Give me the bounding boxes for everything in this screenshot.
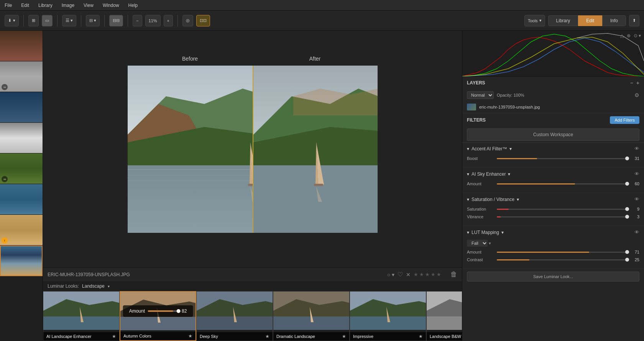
svg-rect-10	[248, 184, 253, 186]
menu-window[interactable]: Window	[101, 2, 121, 9]
filter-group-lut-header[interactable]: ▾ LUT Mapping ▾ 👁	[462, 226, 644, 238]
menu-library[interactable]: Library	[37, 2, 54, 9]
circle-button[interactable]: ○ ▾	[387, 272, 394, 278]
filmstrip-item-6[interactable]	[0, 184, 43, 215]
custom-workspace-button[interactable]: Custom Workspace	[467, 128, 639, 141]
zoom-in-button[interactable]: +	[164, 15, 173, 26]
star-2[interactable]: ★	[419, 272, 424, 277]
accent-boost-row: Boost 31	[467, 156, 639, 161]
look-item-2[interactable]: Amount 82 Autumn Colors ★	[120, 291, 196, 341]
blend-mode-select[interactable]: Normal	[467, 91, 494, 99]
filter-sat-title: ▾ Saturation / Vibrance ▾	[467, 197, 519, 202]
svg-rect-15	[253, 165, 378, 233]
add-filters-button[interactable]: Add Filters	[610, 116, 639, 124]
looks-category-chevron[interactable]: ▾	[108, 284, 110, 288]
look-name-bar-1: AI Landscape Enhancer ★	[43, 332, 119, 341]
look-thumb-3	[197, 292, 273, 330]
sat-dropdown-icon: ▾	[517, 197, 519, 202]
look-item-4[interactable]: Dramatic Landscape ★	[273, 291, 350, 341]
lut-amount-slider[interactable]	[497, 252, 627, 253]
look-star-2[interactable]: ★	[188, 333, 192, 339]
tab-info[interactable]: Info	[602, 15, 626, 26]
sat-label: Saturation / Vibrance	[472, 197, 514, 202]
menu-image[interactable]: Image	[60, 2, 76, 9]
menu-edit[interactable]: Edit	[20, 2, 31, 9]
sky-amount-slider[interactable]	[497, 183, 627, 185]
single-view-button[interactable]: ▭	[42, 15, 53, 26]
filmstrip-item-8[interactable]	[0, 245, 43, 276]
sat-visibility-icon[interactable]: 👁	[634, 196, 639, 202]
lut-preset-select[interactable]: Fall	[467, 240, 488, 247]
layout-button[interactable]: ⊟ ▾	[86, 15, 100, 26]
split-divider[interactable]	[253, 66, 253, 233]
lut-visibility-icon[interactable]: 👁	[634, 229, 639, 235]
histogram-warning-icon[interactable]: △	[620, 33, 624, 38]
look-item-3[interactable]: Deep Sky ★	[196, 291, 273, 341]
filmstrip-item-3[interactable]	[0, 92, 43, 123]
share-button[interactable]: ⬆	[629, 15, 639, 26]
delete-button[interactable]: 🗑	[450, 270, 457, 278]
before-after-button[interactable]: ⊡⊡	[196, 15, 210, 26]
star-5[interactable]: ★	[437, 272, 441, 277]
tools-button[interactable]: Tools ▾	[524, 15, 545, 26]
star-1[interactable]: ★	[414, 272, 418, 277]
layers-settings-icon[interactable]: ⚙	[634, 92, 639, 98]
look-star-3[interactable]: ★	[265, 334, 269, 339]
histogram-clock-icon[interactable]: ⊙ ▾	[634, 33, 641, 38]
layers-plus-button[interactable]: +	[636, 80, 639, 86]
filmstrip-item-7[interactable]: !	[0, 215, 43, 245]
amount-slider[interactable]	[148, 310, 179, 312]
filmstrip-item-1[interactable]	[0, 31, 43, 61]
filter-group-accent-ai-header[interactable]: ▾ Accent AI Filter™ ▾ 👁	[462, 143, 644, 155]
filter-group-saturation: ▾ Saturation / Vibrance ▾ 👁 Saturation 9…	[462, 193, 644, 226]
sky-visibility-icon[interactable]: 👁	[634, 171, 639, 177]
looks-category[interactable]: Landscape	[82, 283, 105, 289]
preview-split: Before After	[128, 66, 378, 233]
menu-help[interactable]: Help	[127, 2, 140, 9]
preview-area[interactable]: Before After	[43, 31, 462, 267]
look-star-4[interactable]: ★	[342, 334, 346, 339]
filmstrip-item-5[interactable]: ⇔	[0, 153, 43, 184]
filter-group-sky-header[interactable]: ▾ AI Sky Enhancer ▾ 👁	[462, 168, 644, 180]
look-star-1[interactable]: ★	[112, 334, 116, 339]
look-item-1[interactable]: AI Landscape Enhancer ★	[43, 291, 120, 341]
before-landscape	[128, 66, 253, 233]
boost-slider[interactable]	[497, 158, 627, 159]
histogram-button[interactable]: ◎	[182, 15, 193, 26]
look-star-5[interactable]: ★	[419, 334, 423, 339]
import-button[interactable]: ⬇ ▾	[5, 15, 19, 26]
compare-button[interactable]: ⊟⊟	[109, 15, 123, 26]
grid-view-button[interactable]: ⊞	[28, 15, 39, 26]
layers-minus-button[interactable]: −	[630, 80, 633, 86]
panels-button[interactable]: ☰ ▾	[62, 15, 76, 26]
look-item-6[interactable]: Landscape B&W ☆	[426, 291, 462, 341]
star-4[interactable]: ★	[431, 272, 435, 277]
looks-scroll[interactable]: AI Landscape Enhancer ★	[43, 291, 462, 341]
star-rating[interactable]: ★ ★ ★ ★ ★	[414, 272, 441, 277]
save-look-button[interactable]: Save Luminar Look...	[467, 272, 639, 282]
opacity-control[interactable]: Opacity: 100%	[497, 93, 631, 97]
vibrance-slider[interactable]	[497, 216, 627, 217]
accent-ai-visibility-icon[interactable]: 👁	[634, 146, 639, 152]
look-item-5[interactable]: Impressive ★	[350, 291, 426, 341]
toolbar-separator-5	[128, 15, 128, 26]
zoom-out-button[interactable]: −	[133, 15, 142, 26]
star-3[interactable]: ★	[425, 272, 430, 277]
tab-edit[interactable]: Edit	[578, 15, 602, 26]
reject-button[interactable]: ✕	[406, 272, 411, 278]
vibrance-row: Vibrance 3	[467, 214, 639, 219]
saturation-slider[interactable]	[497, 209, 627, 210]
menu-file[interactable]: File	[3, 2, 13, 9]
filter-group-sat-header[interactable]: ▾ Saturation / Vibrance ▾ 👁	[462, 193, 644, 205]
histogram-layers-icon[interactable]: ⊕	[627, 33, 631, 38]
filmstrip-item-2[interactable]: ⇔	[0, 61, 43, 92]
layer-file-name: eric-muhr-1397059-unsplash.jpg	[479, 105, 639, 109]
layers-header[interactable]: LAYERS − +	[462, 77, 644, 89]
look-thumb-svg-5	[350, 292, 426, 330]
tab-library[interactable]: Library	[548, 15, 578, 26]
heart-button[interactable]: ♡	[398, 271, 403, 278]
layers-section: LAYERS − + Normal Opacity: 100% ⚙ eric-m…	[462, 77, 644, 113]
lut-contrast-slider[interactable]	[497, 259, 627, 260]
filmstrip-item-4[interactable]	[0, 123, 43, 153]
menu-view[interactable]: View	[82, 2, 95, 9]
